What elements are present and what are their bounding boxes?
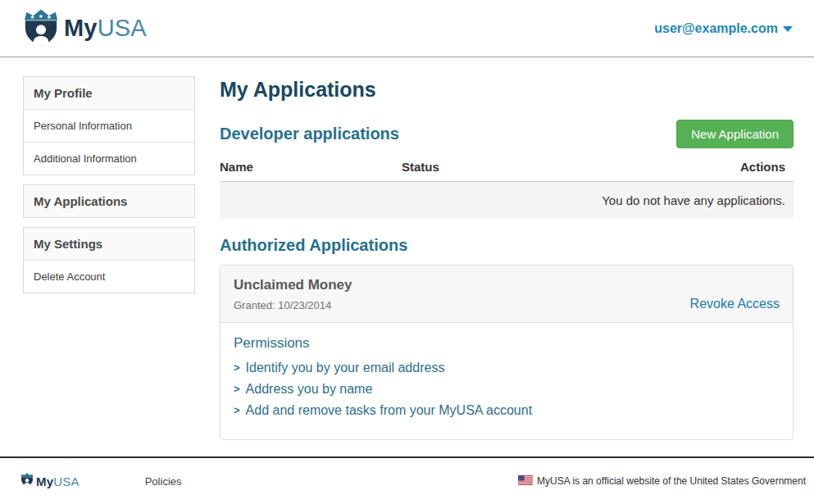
- table-row: You do not have any applications.: [220, 182, 794, 220]
- list-item: >Identify you by your email address: [234, 357, 780, 379]
- sidebar-panel-profile: My Profile Personal Information Addition…: [23, 76, 195, 175]
- developer-applications-header-row: Developer applications New Application: [220, 120, 794, 148]
- chevron-right-icon: >: [234, 400, 240, 420]
- logo-wordmark: MyUSA: [64, 15, 147, 42]
- sidebar-item-personal-information[interactable]: Personal Information: [24, 109, 194, 142]
- authorized-application-card-body: Permissions >Identify you by your email …: [221, 323, 793, 439]
- svg-text:★: ★: [39, 13, 43, 20]
- myusa-shield-icon: ★ ★ ★: [23, 7, 59, 51]
- svg-text:★: ★: [30, 14, 35, 20]
- chevron-down-icon: [783, 26, 793, 32]
- top-header: ★ ★ ★ MyUSA user@example.com: [0, 0, 814, 57]
- column-header-name: Name: [220, 155, 402, 182]
- us-flag-icon: [518, 475, 533, 488]
- sidebar-item-additional-information[interactable]: Additional Information: [24, 142, 194, 175]
- myusa-shield-icon: [20, 472, 34, 490]
- page-layout: My Profile Personal Information Addition…: [0, 57, 814, 440]
- main-content: My Applications Developer applications N…: [220, 76, 794, 440]
- sidebar-nav: My Profile Personal Information Addition…: [23, 76, 195, 440]
- user-email: user@example.com: [654, 21, 778, 36]
- revoke-access-link[interactable]: Revoke Access: [690, 297, 780, 311]
- permissions-title: Permissions: [234, 335, 780, 352]
- developer-applications-heading: Developer applications: [220, 125, 399, 143]
- column-header-status: Status: [402, 155, 648, 182]
- myusa-logo[interactable]: ★ ★ ★ MyUSA: [23, 7, 147, 51]
- new-application-button[interactable]: New Application: [676, 120, 794, 148]
- application-name: Unclaimed Money: [234, 277, 780, 293]
- official-website-notice: MyUSA is an official website of the Unit…: [518, 475, 806, 488]
- authorized-application-card-header: Unclaimed Money Granted: 10/23/2014 Revo…: [221, 266, 793, 323]
- footer-logo-wordmark: MyUSA: [36, 474, 80, 488]
- sidebar-item-my-settings[interactable]: My Settings: [24, 228, 194, 260]
- permissions-list: >Identify you by your email address >Add…: [234, 357, 780, 421]
- empty-applications-message: You do not have any applications.: [220, 182, 794, 220]
- svg-text:★: ★: [47, 14, 52, 20]
- sidebar-panel-settings: My Settings Delete Account: [23, 227, 195, 293]
- authorized-application-card: Unclaimed Money Granted: 10/23/2014 Revo…: [220, 265, 794, 440]
- page-footer: MyUSA Policies MyUSA is an offici: [0, 456, 814, 504]
- chevron-right-icon: >: [234, 379, 240, 399]
- policies-link[interactable]: Policies: [145, 475, 182, 488]
- sidebar-item-my-profile[interactable]: My Profile: [24, 77, 194, 109]
- authorized-applications-heading: Authorized Applications: [220, 236, 794, 255]
- sidebar-item-my-applications[interactable]: My Applications: [24, 185, 194, 217]
- footer-myusa-logo[interactable]: MyUSA: [20, 472, 80, 490]
- column-header-actions: Actions: [648, 155, 794, 182]
- page-title: My Applications: [220, 78, 794, 102]
- user-account-dropdown[interactable]: user@example.com: [654, 21, 793, 36]
- table-header-row: Name Status Actions: [220, 155, 794, 182]
- list-item: >Add and remove tasks from your MyUSA ac…: [234, 400, 780, 421]
- sidebar-item-delete-account[interactable]: Delete Account: [24, 260, 194, 293]
- list-item: >Address you by name: [234, 379, 780, 400]
- sidebar-panel-applications: My Applications: [23, 184, 195, 218]
- developer-applications-table: Name Status Actions You do not have any …: [220, 155, 794, 219]
- official-website-text: MyUSA is an official website of the Unit…: [537, 475, 806, 487]
- chevron-right-icon: >: [234, 357, 240, 378]
